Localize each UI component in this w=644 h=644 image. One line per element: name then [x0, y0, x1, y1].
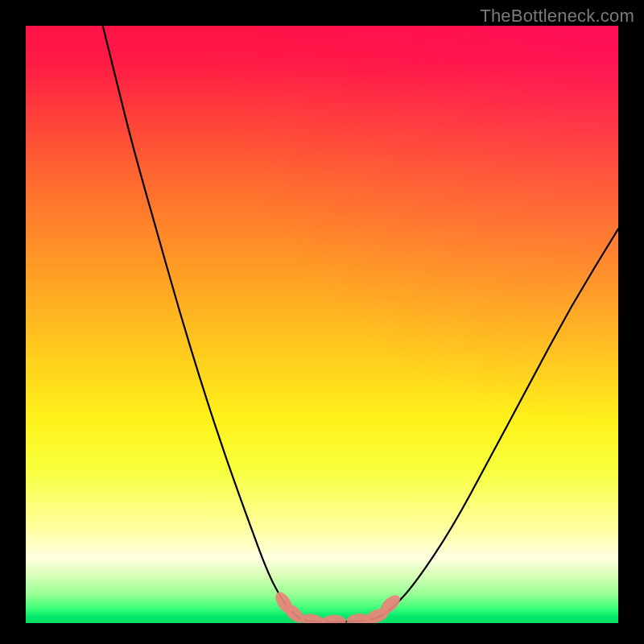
curve-layer	[26, 26, 618, 623]
curve-markers	[272, 589, 403, 623]
flat-blob-2	[322, 615, 346, 623]
bottleneck-curve	[103, 26, 618, 622]
plot-area	[26, 26, 618, 623]
watermark-text: TheBottleneck.com	[480, 6, 634, 27]
chart-frame: TheBottleneck.com	[0, 0, 644, 644]
